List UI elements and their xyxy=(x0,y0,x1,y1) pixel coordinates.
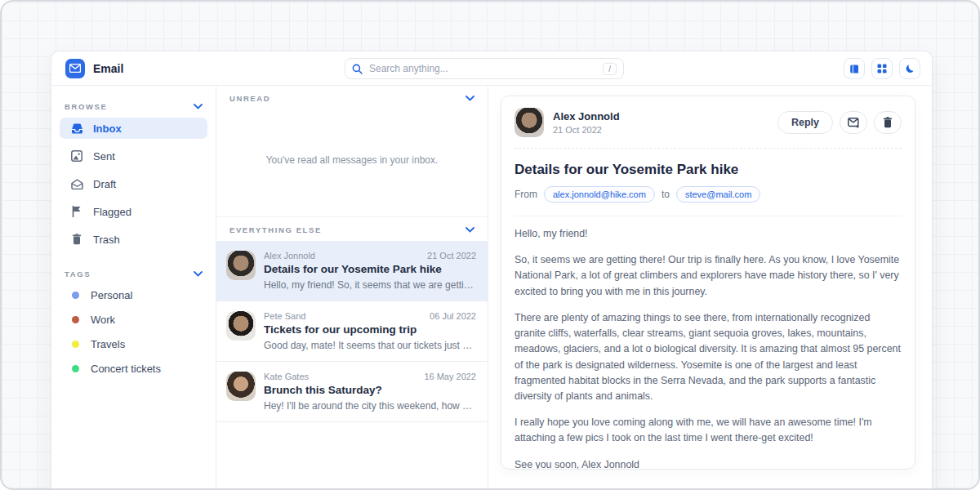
mail-sender: Alex Jonnold xyxy=(264,251,315,261)
page-background: Email / xyxy=(0,0,980,490)
detail-header: Alex Jonnold 21 Oct 2022 Reply xyxy=(514,108,902,137)
sidebar-item-label: Inbox xyxy=(93,122,122,135)
tag-item-concert-tickets[interactable]: Concert tickets xyxy=(60,359,207,378)
body-paragraph: Hello, my friend! xyxy=(514,226,902,242)
mail-date: 21 Oct 2022 xyxy=(427,251,476,261)
tags-section-header: TAGS xyxy=(51,261,216,285)
avatar xyxy=(514,108,544,137)
from-email-chip[interactable]: alex.jonnold@hike.com xyxy=(544,186,655,203)
sidebar-item-label: Draft xyxy=(93,178,116,190)
avatar xyxy=(226,251,256,280)
trash-icon xyxy=(70,234,83,245)
tag-item-travels[interactable]: Travels xyxy=(60,334,207,354)
everything-else-section-header: EVERYTHING ELSE xyxy=(216,217,488,241)
detail-sender-name: Alex Jonnold xyxy=(553,110,620,122)
from-label: From xyxy=(514,189,537,200)
mail-list-item[interactable]: Alex Jonnold 21 Oct 2022 Details for our… xyxy=(216,241,488,301)
grid-icon xyxy=(877,64,887,74)
tag-dot-concert-tickets xyxy=(72,365,79,372)
header-actions xyxy=(844,58,920,79)
app-header: Email / xyxy=(51,51,932,86)
mail-sender: Kate Gates xyxy=(264,372,309,381)
sidebar-item-draft[interactable]: Draft xyxy=(60,173,207,194)
search-bar[interactable]: / xyxy=(345,58,624,79)
inbox-icon xyxy=(70,123,83,134)
sidebar-item-inbox[interactable]: Inbox xyxy=(60,118,207,139)
chevron-down-icon[interactable] xyxy=(194,271,203,277)
unread-label: UNREAD xyxy=(229,94,270,103)
to-label: to xyxy=(662,189,670,200)
mail-detail-card: Alex Jonnold 21 Oct 2022 Reply xyxy=(501,96,915,470)
mail-list-column: UNREAD You've read all messages in your … xyxy=(216,86,488,490)
browse-section-header: BROWSE xyxy=(51,94,216,118)
mail-preview: Hey! I'll be around the city this weeken… xyxy=(264,400,476,412)
mail-preview: Good day, mate! It seems that our ticket… xyxy=(264,340,476,351)
tag-label: Concert tickets xyxy=(91,363,161,375)
everything-else-label: EVERYTHING ELSE xyxy=(229,225,322,234)
sidebar-item-label: Flagged xyxy=(93,206,131,218)
sidebar-item-label: Sent xyxy=(93,150,115,163)
envelope-plus-icon xyxy=(848,118,860,128)
flag-icon xyxy=(70,206,83,217)
detail-divider xyxy=(514,148,902,149)
avatar xyxy=(226,372,256,401)
apps-grid-button[interactable] xyxy=(871,58,893,79)
mail-detail-column: Alex Jonnold 21 Oct 2022 Reply xyxy=(488,86,932,490)
mail-list-item[interactable]: Kate Gates 16 May 2022 Brunch this Satur… xyxy=(216,362,488,422)
tag-label: Personal xyxy=(91,289,132,301)
delete-button[interactable] xyxy=(874,111,902,134)
sent-icon xyxy=(70,150,83,162)
mail-sender: Pete Sand xyxy=(264,311,305,321)
to-email-chip[interactable]: steve@mail.com xyxy=(676,186,760,203)
search-shortcut-badge: / xyxy=(603,63,617,75)
trash-icon xyxy=(883,117,893,128)
dark-mode-button[interactable] xyxy=(899,58,920,79)
browse-label: BROWSE xyxy=(65,102,107,111)
chevron-down-icon[interactable] xyxy=(466,96,474,101)
app-logo xyxy=(65,59,85,78)
mail-preview: Hello, my friend! So, it seems that we a… xyxy=(264,279,476,291)
detail-body: Hello, my friend! So, it seems we are ge… xyxy=(514,216,902,470)
mail-date: 16 May 2022 xyxy=(424,372,476,381)
envelope-icon xyxy=(69,64,81,73)
mail-subject: Details for our Yosemite Park hike xyxy=(264,263,476,275)
app-title: Email xyxy=(93,62,123,75)
app-brand: Email xyxy=(51,59,215,78)
tag-dot-work xyxy=(72,316,79,323)
mail-date: 06 Jul 2022 xyxy=(430,311,476,321)
body-paragraph: I really hope you love coming along with… xyxy=(514,415,902,446)
reply-button[interactable]: Reply xyxy=(777,111,833,134)
moon-icon xyxy=(905,64,915,74)
sidebar-item-sent[interactable]: Sent xyxy=(60,145,207,167)
mail-list-item[interactable]: Pete Sand 06 Jul 2022 Tickets for our up… xyxy=(216,301,488,362)
book-icon xyxy=(849,64,860,74)
detail-subject: Details for our Yosemite Park hike xyxy=(514,162,902,178)
email-app-window: Email / xyxy=(51,51,933,490)
sidebar-item-trash[interactable]: Trash xyxy=(60,229,207,250)
sidebar-item-flagged[interactable]: Flagged xyxy=(60,201,207,222)
book-button[interactable] xyxy=(844,58,865,79)
detail-actions: Reply xyxy=(777,111,902,134)
detail-date: 21 Oct 2022 xyxy=(553,125,620,135)
tag-item-personal[interactable]: Personal xyxy=(60,285,207,305)
tag-label: Travels xyxy=(91,338,125,350)
chevron-down-icon[interactable] xyxy=(194,104,203,109)
mail-subject: Tickets for our upcoming trip xyxy=(264,323,476,336)
tag-dot-travels xyxy=(72,341,79,348)
mark-unread-button[interactable] xyxy=(840,111,867,134)
detail-from-row: From alex.jonnold@hike.com to steve@mail… xyxy=(514,186,902,203)
draft-icon xyxy=(70,179,83,189)
chevron-down-icon[interactable] xyxy=(466,227,474,233)
tag-item-work[interactable]: Work xyxy=(60,310,207,329)
mail-subject: Brunch this Saturday? xyxy=(264,384,476,396)
unread-section-header: UNREAD xyxy=(216,86,488,109)
tag-label: Work xyxy=(91,314,115,326)
search-input[interactable] xyxy=(369,63,596,74)
tags-label: TAGS xyxy=(65,270,91,278)
body-paragraph: See you soon, Alex Jonnold xyxy=(514,457,902,470)
body-paragraph: So, it seems we are getting there! Our t… xyxy=(514,252,902,300)
sidebar: BROWSE Inbox Sent xyxy=(51,86,216,490)
search-icon xyxy=(352,64,363,74)
avatar xyxy=(226,311,256,341)
unread-empty-message: You've read all messages in your inbox. xyxy=(216,109,488,216)
